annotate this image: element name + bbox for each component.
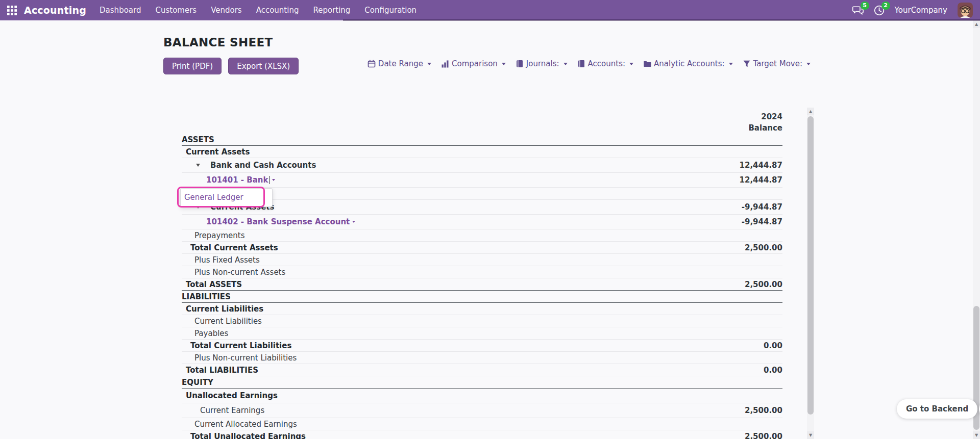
nav-menu-reporting[interactable]: Reporting	[306, 0, 357, 20]
account-link[interactable]: 101402 - Bank Suspense Account	[206, 217, 355, 226]
row-label: Prepayments	[194, 231, 244, 240]
navbar-systray: 5 2 YourCompany	[852, 0, 980, 20]
calendar-icon	[368, 60, 376, 68]
row-label-cell: Plus Fixed Assets	[182, 255, 670, 265]
messages-badge: 5	[861, 2, 869, 10]
company-switcher[interactable]: YourCompany	[895, 6, 947, 15]
row-label: Unallocated Earnings	[186, 391, 278, 400]
row-label-cell: Total Unallocated Earnings	[182, 432, 670, 439]
user-avatar[interactable]	[958, 3, 973, 18]
row-label-cell: Current Assets	[182, 147, 670, 157]
menu-item-general-ledger[interactable]: General Ledger	[181, 189, 272, 206]
account-dropdown-menu: General Ledger	[180, 188, 273, 207]
report-actions: Print (PDF) Export (XLSX)	[163, 58, 299, 74]
row-value: 2,500.00	[670, 406, 782, 415]
row-label-cell: Unallocated Earnings	[182, 391, 670, 400]
window-scrollbar[interactable]: ▲ ▼	[973, 20, 980, 439]
row-label-cell: Total LIABILITIES	[182, 366, 670, 375]
filter-label: Target Move:	[753, 59, 802, 68]
row-value: 12,444.87	[670, 175, 782, 185]
export-xlsx-button[interactable]: Export (XLSX)	[228, 58, 299, 74]
chevron-down-icon	[729, 63, 733, 65]
table-header: 2024 Balance	[182, 111, 782, 134]
chevron-down-icon	[502, 63, 506, 65]
messages-button[interactable]: 5	[852, 5, 864, 15]
filter-date-range[interactable]: Date Range	[368, 59, 431, 68]
scroll-down-arrow-icon[interactable]: ▼	[807, 431, 814, 439]
scroll-up-arrow-icon[interactable]: ▲	[807, 108, 814, 115]
report-row-plus-non-current-liabilities: Plus Non-current Liabilities	[182, 352, 782, 364]
row-label-cell: Current Liabilities	[182, 317, 670, 326]
report-scrollbar[interactable]: ▲ ▼	[807, 108, 814, 439]
row-label-cell: ASSETS	[182, 135, 670, 144]
report-row-current-assets: Current Assets	[182, 146, 782, 158]
report-row-equity: EQUITY	[182, 376, 782, 389]
report-row-current-allocated-earnings: Current Allocated Earnings	[182, 418, 782, 430]
window-scroll-up-arrow-icon[interactable]: ▲	[973, 20, 980, 28]
row-label: LIABILITIES	[182, 292, 231, 301]
report-scrollbar-thumb[interactable]	[807, 116, 814, 415]
nav-menu-customers[interactable]: Customers	[148, 0, 204, 20]
report-row-prepayments: Prepayments	[182, 229, 782, 242]
row-value: 12,444.87	[670, 161, 782, 170]
row-label: Current Liabilities	[194, 317, 262, 326]
report-row-bank-and-cash-accounts: Bank and Cash Accounts12,444.87	[182, 158, 782, 173]
row-label-cell: Current Earnings	[182, 406, 670, 415]
row-value: 2,500.00	[670, 432, 782, 439]
go-to-backend-button[interactable]: Go to Backend	[897, 399, 977, 419]
journal-icon	[577, 60, 585, 68]
balance-sheet-table: 2024 Balance ASSETSCurrent AssetsBank an…	[182, 111, 782, 439]
filter-icon	[743, 60, 751, 68]
filter-label: Date Range	[378, 59, 423, 68]
chevron-down-icon	[806, 63, 811, 65]
report-row-payables: Payables	[182, 327, 782, 340]
nav-menu-configuration[interactable]: Configuration	[357, 0, 424, 20]
row-label: Current Liabilities	[186, 304, 263, 314]
chevron-down-icon	[427, 63, 431, 65]
row-value: 0.00	[670, 341, 782, 350]
row-label: Current Earnings	[200, 406, 264, 415]
account-link[interactable]: 101401 - Bank	[206, 175, 275, 185]
nav-menu-vendors[interactable]: Vendors	[204, 0, 249, 20]
row-value: 2,500.00	[670, 243, 782, 252]
app-brand[interactable]: Accounting	[22, 5, 92, 16]
filter-analytic-accounts[interactable]: Analytic Accounts:	[643, 59, 733, 68]
row-label-cell: Total Current Liabilities	[182, 341, 670, 350]
row-label-cell: Total ASSETS	[182, 280, 670, 289]
print-pdf-button[interactable]: Print (PDF)	[163, 58, 222, 74]
report-row-plus-fixed-assets: Plus Fixed Assets	[182, 254, 782, 266]
nav-menu-dashboard[interactable]: Dashboard	[92, 0, 148, 20]
journal-icon	[516, 60, 524, 68]
filter-target-move[interactable]: Target Move:	[743, 59, 811, 68]
row-value: 0.00	[670, 366, 782, 375]
navbar-bottom-line	[343, 19, 980, 21]
report-row-current-earnings: Current Earnings2,500.00	[182, 403, 782, 418]
activities-button[interactable]: 2	[874, 5, 885, 16]
filter-accounts[interactable]: Accounts:	[577, 59, 633, 68]
report-row-current-liabilities: Current Liabilities	[182, 315, 782, 327]
column-balance: Balance	[182, 122, 782, 134]
row-label-cell: 101402 - Bank Suspense Account	[182, 217, 670, 226]
row-label: Total Current Liabilities	[190, 341, 291, 350]
apps-grid-icon[interactable]	[7, 6, 17, 15]
row-label: Current Assets	[186, 147, 250, 157]
row-label: Total LIABILITIES	[186, 366, 258, 375]
row-label-cell: Bank and Cash Accounts	[182, 161, 670, 170]
report-row-plus-non-current-assets: Plus Non-current Assets	[182, 266, 782, 278]
report-row-total-assets: Total ASSETS2,500.00	[182, 278, 782, 291]
window-scroll-down-arrow-icon[interactable]: ▼	[973, 431, 980, 439]
folder-icon	[643, 60, 651, 68]
backend-widget: Go to Backend ⋮	[897, 399, 980, 419]
filter-bar: Date RangeComparisonJournals:Accounts:An…	[368, 57, 811, 70]
activities-badge: 2	[881, 2, 890, 10]
row-label: Total Current Assets	[190, 243, 278, 252]
column-year: 2024	[182, 111, 782, 122]
nav-menu-accounting[interactable]: Accounting	[249, 0, 306, 20]
expand-caret-icon[interactable]	[196, 164, 200, 167]
row-label-cell: Total Current Assets	[182, 243, 670, 252]
filter-comparison[interactable]: Comparison	[441, 59, 506, 68]
chevron-down-icon	[629, 63, 633, 65]
row-label-cell: Plus Non-current Assets	[182, 268, 670, 277]
filter-journals[interactable]: Journals:	[516, 59, 568, 68]
report-row-total-unallocated-earnings: Total Unallocated Earnings2,500.00	[182, 430, 782, 439]
